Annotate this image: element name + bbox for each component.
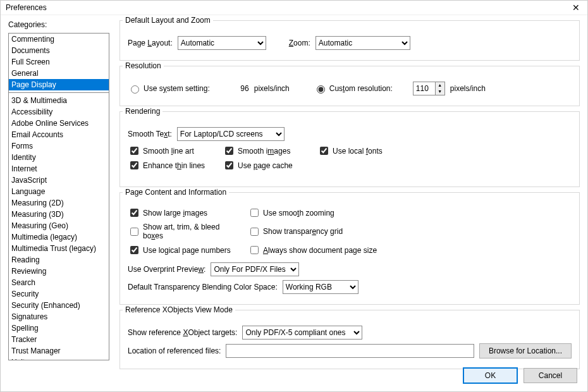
art-boxes-checkbox[interactable]: Show art, trim, & bleed boxes xyxy=(128,223,233,240)
local-fonts-checkbox[interactable]: Use local fonts xyxy=(317,145,397,157)
category-item[interactable]: Trust Manager xyxy=(9,345,109,357)
spin-down-icon[interactable]: ▼ xyxy=(436,89,444,95)
page-layout-label: Page Layout: xyxy=(128,39,173,47)
category-item[interactable]: Documents xyxy=(9,45,109,56)
use-system-radio[interactable]: Use system setting: xyxy=(128,83,210,94)
titlebar: Preferences ✕ xyxy=(1,1,587,15)
category-item[interactable]: Internet xyxy=(9,163,109,175)
category-item[interactable]: Tracker xyxy=(9,334,109,345)
group-page-content: Page Content and Information Show large … xyxy=(119,192,580,305)
category-item[interactable]: Accessibility xyxy=(9,106,109,118)
blending-label: Default Transparency Blending Color Spac… xyxy=(128,283,278,291)
window-title: Preferences xyxy=(6,3,47,12)
group-layout-zoom: Default Layout and Zoom Page Layout: Aut… xyxy=(119,20,580,61)
page-cache-checkbox[interactable]: Use page cache xyxy=(223,159,302,171)
category-item[interactable]: Adobe Online Services xyxy=(9,118,109,129)
group-legend: Default Layout and Zoom xyxy=(123,16,213,25)
category-item[interactable]: Multimedia (legacy) xyxy=(9,231,109,243)
overprint-select[interactable]: Only For PDF/X Files xyxy=(211,262,299,276)
location-label: Location of referenced files: xyxy=(128,346,221,355)
category-item[interactable]: Signatures xyxy=(9,311,109,322)
location-input[interactable] xyxy=(226,344,474,358)
category-item[interactable]: Commenting xyxy=(9,34,109,45)
category-item[interactable]: Reading xyxy=(9,254,109,266)
categories-label: Categories: xyxy=(8,20,109,29)
category-item[interactable]: Email Accounts xyxy=(9,129,109,140)
category-item[interactable]: JavaScript xyxy=(9,175,109,186)
group-legend: Page Content and Information xyxy=(123,188,229,197)
show-ref-label: Show reference XObject targets: xyxy=(128,328,237,337)
group-legend: Reference XObjects View Mode xyxy=(123,305,235,314)
doc-page-size-checkbox[interactable]: Always show document page size xyxy=(248,244,556,256)
group-rendering: Rendering Smooth Text: For Laptop/LCD sc… xyxy=(119,111,580,187)
category-item[interactable]: General xyxy=(9,68,109,79)
category-item[interactable]: Security xyxy=(9,288,109,300)
cancel-button[interactable]: Cancel xyxy=(524,368,577,383)
show-ref-select[interactable]: Only PDF/X-5 compliant ones xyxy=(242,326,362,340)
category-item[interactable]: Identity xyxy=(9,152,109,163)
zoom-select[interactable]: Automatic xyxy=(315,36,410,50)
blending-select[interactable]: Working RGB xyxy=(283,280,358,294)
category-item[interactable]: 3D & Multimedia xyxy=(9,95,109,106)
category-item[interactable]: Search xyxy=(9,277,109,288)
category-item[interactable]: Forms xyxy=(9,140,109,152)
enhance-thin-lines-checkbox[interactable]: Enhance thin lines xyxy=(128,159,207,171)
group-xobjects: Reference XObjects View Mode Show refere… xyxy=(119,310,580,369)
zoom-label: Zoom: xyxy=(289,39,310,47)
smooth-line-art-checkbox[interactable]: Smooth line art xyxy=(128,145,207,157)
smooth-text-label: Smooth Text: xyxy=(128,130,172,138)
group-legend: Rendering xyxy=(123,107,162,116)
browse-button[interactable]: Browse for Location... xyxy=(479,343,572,358)
system-value: 96 xyxy=(230,84,249,93)
category-item[interactable]: Measuring (Geo) xyxy=(9,220,109,231)
spin-up-icon[interactable]: ▲ xyxy=(436,82,444,89)
categories-list[interactable]: CommentingDocumentsFull ScreenGeneralPag… xyxy=(8,33,109,360)
category-item[interactable]: Measuring (2D) xyxy=(9,197,109,209)
group-legend: Resolution xyxy=(123,61,164,70)
custom-resolution-radio[interactable]: Custom resolution: xyxy=(314,83,393,94)
category-item[interactable]: Language xyxy=(9,186,109,197)
smooth-images-checkbox[interactable]: Smooth images xyxy=(223,145,302,157)
unit-label: pixels/inch xyxy=(254,84,290,93)
category-item[interactable]: Full Screen xyxy=(9,56,109,68)
category-item[interactable]: Multimedia Trust (legacy) xyxy=(9,243,109,254)
custom-resolution-spinner[interactable]: ▲ ▼ xyxy=(413,82,445,95)
unit-label: pixels/inch xyxy=(450,84,486,93)
category-item[interactable]: Spelling xyxy=(9,322,109,334)
category-item[interactable]: Security (Enhanced) xyxy=(9,300,109,311)
overprint-label: Use Overprint Preview: xyxy=(128,265,205,274)
category-item[interactable]: Measuring (3D) xyxy=(9,209,109,220)
category-item[interactable]: Reviewing xyxy=(9,266,109,277)
transparency-grid-checkbox[interactable]: Show transparency grid xyxy=(248,223,556,240)
category-item[interactable]: Page Display xyxy=(9,79,109,90)
close-icon[interactable]: ✕ xyxy=(570,3,582,13)
category-item[interactable]: Units xyxy=(9,357,109,360)
smooth-text-select[interactable]: For Laptop/LCD screens xyxy=(177,127,285,141)
group-resolution: Resolution Use system setting: 96 pixels… xyxy=(119,66,580,106)
smooth-zooming-checkbox[interactable]: Use smooth zooming xyxy=(248,207,556,219)
page-layout-select[interactable]: Automatic xyxy=(178,36,266,50)
ok-button[interactable]: OK xyxy=(463,368,517,383)
logical-pages-checkbox[interactable]: Use logical page numbers xyxy=(128,244,233,256)
large-images-checkbox[interactable]: Show large images xyxy=(128,207,233,219)
